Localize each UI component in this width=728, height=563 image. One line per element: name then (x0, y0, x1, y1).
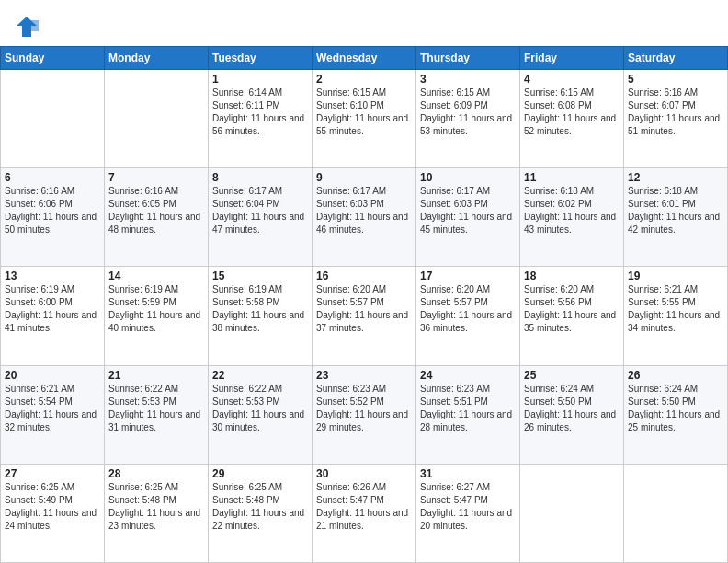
day-info: Sunrise: 6:25 AM Sunset: 5:49 PM Dayligh… (5, 481, 100, 533)
day-info: Sunrise: 6:20 AM Sunset: 5:56 PM Dayligh… (524, 283, 620, 335)
day-info: Sunrise: 6:19 AM Sunset: 6:00 PM Dayligh… (5, 283, 100, 335)
day-cell: 28Sunrise: 6:25 AM Sunset: 5:48 PM Dayli… (105, 464, 209, 562)
day-info: Sunrise: 6:21 AM Sunset: 5:55 PM Dayligh… (628, 283, 723, 335)
day-cell: 7Sunrise: 6:16 AM Sunset: 6:05 PM Daylig… (105, 168, 209, 267)
day-info: Sunrise: 6:24 AM Sunset: 5:50 PM Dayligh… (628, 383, 723, 434)
day-cell (105, 70, 209, 168)
day-number: 26 (628, 369, 723, 382)
day-cell: 15Sunrise: 6:19 AM Sunset: 5:58 PM Dayli… (209, 267, 313, 365)
day-number: 31 (420, 467, 516, 480)
week-row-1: 1Sunrise: 6:14 AM Sunset: 6:11 PM Daylig… (1, 70, 728, 168)
day-number: 1 (212, 73, 308, 86)
day-cell: 11Sunrise: 6:18 AM Sunset: 6:02 PM Dayli… (520, 168, 624, 267)
day-number: 22 (212, 369, 308, 382)
weekday-header-saturday: Saturday (624, 47, 728, 70)
day-cell: 8Sunrise: 6:17 AM Sunset: 6:04 PM Daylig… (209, 168, 313, 267)
day-cell: 10Sunrise: 6:17 AM Sunset: 6:03 PM Dayli… (416, 168, 520, 267)
day-number: 18 (524, 270, 620, 282)
day-cell: 24Sunrise: 6:23 AM Sunset: 5:51 PM Dayli… (416, 365, 520, 464)
day-number: 15 (212, 270, 308, 282)
day-info: Sunrise: 6:14 AM Sunset: 6:11 PM Dayligh… (212, 86, 308, 138)
day-info: Sunrise: 6:24 AM Sunset: 5:50 PM Dayligh… (524, 383, 620, 434)
day-info: Sunrise: 6:17 AM Sunset: 6:04 PM Dayligh… (212, 185, 308, 236)
day-cell: 3Sunrise: 6:15 AM Sunset: 6:09 PM Daylig… (416, 70, 520, 168)
weekday-header-thursday: Thursday (416, 47, 520, 70)
day-info: Sunrise: 6:15 AM Sunset: 6:10 PM Dayligh… (316, 86, 412, 138)
day-cell: 25Sunrise: 6:24 AM Sunset: 5:50 PM Dayli… (520, 365, 624, 464)
day-number: 29 (212, 467, 308, 480)
day-info: Sunrise: 6:21 AM Sunset: 5:54 PM Dayligh… (5, 383, 100, 434)
weekday-header-tuesday: Tuesday (209, 47, 313, 70)
day-info: Sunrise: 6:16 AM Sunset: 6:06 PM Dayligh… (5, 185, 100, 236)
day-cell: 16Sunrise: 6:20 AM Sunset: 5:57 PM Dayli… (313, 267, 416, 365)
day-cell (520, 464, 624, 562)
day-info: Sunrise: 6:16 AM Sunset: 6:07 PM Dayligh… (628, 86, 723, 138)
day-number: 21 (108, 369, 204, 382)
day-number: 14 (108, 270, 204, 282)
day-number: 6 (5, 171, 100, 184)
day-info: Sunrise: 6:17 AM Sunset: 6:03 PM Dayligh… (316, 185, 412, 236)
day-number: 17 (420, 270, 516, 282)
day-number: 16 (316, 270, 412, 282)
day-cell: 2Sunrise: 6:15 AM Sunset: 6:10 PM Daylig… (313, 70, 416, 168)
day-info: Sunrise: 6:26 AM Sunset: 5:47 PM Dayligh… (316, 481, 412, 533)
day-cell: 19Sunrise: 6:21 AM Sunset: 5:55 PM Dayli… (624, 267, 728, 365)
day-info: Sunrise: 6:18 AM Sunset: 6:02 PM Dayligh… (524, 185, 620, 236)
day-number: 25 (524, 369, 620, 382)
day-info: Sunrise: 6:27 AM Sunset: 5:47 PM Dayligh… (420, 481, 516, 533)
day-number: 9 (316, 171, 412, 184)
day-info: Sunrise: 6:25 AM Sunset: 5:48 PM Dayligh… (108, 481, 204, 533)
logo (13, 13, 42, 40)
day-info: Sunrise: 6:23 AM Sunset: 5:51 PM Dayligh… (420, 383, 516, 434)
day-cell: 22Sunrise: 6:22 AM Sunset: 5:53 PM Dayli… (209, 365, 313, 464)
weekday-header-monday: Monday (105, 47, 209, 70)
day-info: Sunrise: 6:23 AM Sunset: 5:52 PM Dayligh… (316, 383, 412, 434)
day-info: Sunrise: 6:25 AM Sunset: 5:48 PM Dayligh… (212, 481, 308, 533)
day-number: 24 (420, 369, 516, 382)
day-number: 20 (5, 369, 100, 382)
week-row-5: 27Sunrise: 6:25 AM Sunset: 5:49 PM Dayli… (1, 464, 728, 562)
week-row-2: 6Sunrise: 6:16 AM Sunset: 6:06 PM Daylig… (1, 168, 728, 267)
day-cell: 31Sunrise: 6:27 AM Sunset: 5:47 PM Dayli… (416, 464, 520, 562)
day-number: 19 (628, 270, 723, 282)
day-info: Sunrise: 6:17 AM Sunset: 6:03 PM Dayligh… (420, 185, 516, 236)
day-number: 12 (628, 171, 723, 184)
day-number: 8 (212, 171, 308, 184)
day-number: 4 (524, 73, 620, 86)
day-cell (1, 70, 105, 168)
day-info: Sunrise: 6:16 AM Sunset: 6:05 PM Dayligh… (108, 185, 204, 236)
day-cell: 9Sunrise: 6:17 AM Sunset: 6:03 PM Daylig… (313, 168, 416, 267)
day-cell: 1Sunrise: 6:14 AM Sunset: 6:11 PM Daylig… (209, 70, 313, 168)
day-cell (624, 464, 728, 562)
day-number: 28 (108, 467, 204, 480)
day-info: Sunrise: 6:20 AM Sunset: 5:57 PM Dayligh… (316, 283, 412, 335)
day-info: Sunrise: 6:18 AM Sunset: 6:01 PM Dayligh… (628, 185, 723, 236)
calendar-table: SundayMondayTuesdayWednesdayThursdayFrid… (0, 46, 728, 563)
day-cell: 17Sunrise: 6:20 AM Sunset: 5:57 PM Dayli… (416, 267, 520, 365)
day-info: Sunrise: 6:22 AM Sunset: 5:53 PM Dayligh… (212, 383, 308, 434)
header (0, 0, 728, 46)
day-cell: 27Sunrise: 6:25 AM Sunset: 5:49 PM Dayli… (1, 464, 105, 562)
day-number: 30 (316, 467, 412, 480)
day-cell: 21Sunrise: 6:22 AM Sunset: 5:53 PM Dayli… (105, 365, 209, 464)
day-number: 5 (628, 73, 723, 86)
day-cell: 30Sunrise: 6:26 AM Sunset: 5:47 PM Dayli… (313, 464, 416, 562)
day-number: 11 (524, 171, 620, 184)
day-info: Sunrise: 6:15 AM Sunset: 6:08 PM Dayligh… (524, 86, 620, 138)
day-number: 13 (5, 270, 100, 282)
day-cell: 5Sunrise: 6:16 AM Sunset: 6:07 PM Daylig… (624, 70, 728, 168)
day-number: 7 (108, 171, 204, 184)
day-cell: 20Sunrise: 6:21 AM Sunset: 5:54 PM Dayli… (1, 365, 105, 464)
day-cell: 4Sunrise: 6:15 AM Sunset: 6:08 PM Daylig… (520, 70, 624, 168)
day-cell: 14Sunrise: 6:19 AM Sunset: 5:59 PM Dayli… (105, 267, 209, 365)
day-number: 10 (420, 171, 516, 184)
day-info: Sunrise: 6:19 AM Sunset: 5:59 PM Dayligh… (108, 283, 204, 335)
weekday-header-row: SundayMondayTuesdayWednesdayThursdayFrid… (1, 47, 728, 70)
day-number: 23 (316, 369, 412, 382)
day-cell: 18Sunrise: 6:20 AM Sunset: 5:56 PM Dayli… (520, 267, 624, 365)
day-number: 3 (420, 73, 516, 86)
weekday-header-friday: Friday (520, 47, 624, 70)
day-number: 2 (316, 73, 412, 86)
day-info: Sunrise: 6:15 AM Sunset: 6:09 PM Dayligh… (420, 86, 516, 138)
day-info: Sunrise: 6:22 AM Sunset: 5:53 PM Dayligh… (108, 383, 204, 434)
